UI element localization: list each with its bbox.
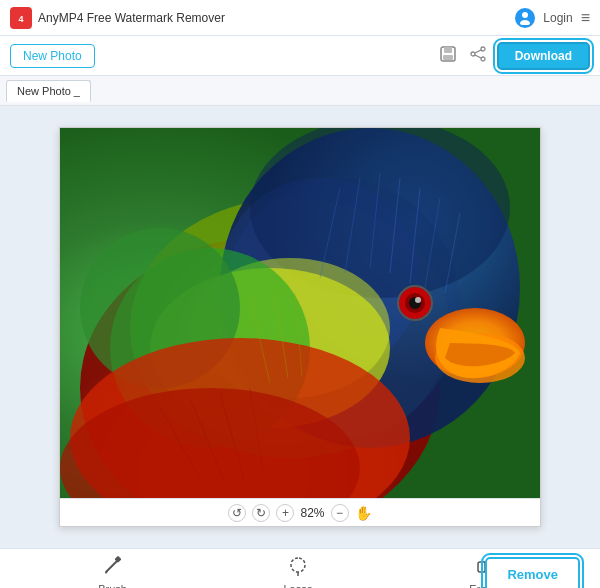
svg-point-9 — [481, 57, 485, 61]
svg-line-11 — [475, 55, 481, 58]
lasso-tool[interactable]: Lasso — [263, 550, 332, 588]
zoom-control-group: ↺ ↻ + 82% − ✋ — [228, 504, 371, 522]
menu-icon[interactable]: ≡ — [581, 9, 590, 27]
save-icon-button[interactable] — [437, 43, 459, 69]
brush-tool[interactable]: Brush — [78, 550, 147, 588]
parrot-svg-overlay — [60, 128, 540, 498]
new-photo-button[interactable]: New Photo — [10, 44, 95, 68]
toolbar: New Photo Download — [0, 36, 600, 76]
tab-bar: New Photo _ — [0, 76, 600, 106]
image-container: ↺ ↻ + 82% − ✋ — [59, 127, 541, 527]
brush-icon — [102, 554, 124, 581]
share-icon-button[interactable] — [467, 43, 489, 69]
rotate-right-button[interactable]: ↻ — [252, 504, 270, 522]
svg-point-7 — [481, 47, 485, 51]
app-title: AnyMP4 Free Watermark Remover — [38, 11, 225, 25]
bottom-toolbar: Brush Lasso Eraser Remove — [0, 548, 600, 588]
svg-point-30 — [415, 297, 421, 303]
brush-label: Brush — [98, 583, 127, 588]
zoom-value: 82% — [300, 506, 324, 520]
title-bar-right: Login ≡ — [515, 8, 590, 28]
login-button[interactable]: Login — [543, 11, 572, 25]
svg-rect-6 — [443, 55, 453, 60]
zoom-controls: ↺ ↻ + 82% − ✋ — [60, 498, 540, 526]
svg-line-10 — [475, 50, 481, 53]
svg-rect-5 — [444, 47, 452, 53]
svg-point-8 — [471, 52, 475, 56]
tab-label: New Photo _ — [17, 85, 80, 97]
rotate-left-button[interactable]: ↺ — [228, 504, 246, 522]
pan-tool-button[interactable]: ✋ — [355, 505, 372, 521]
svg-text:4: 4 — [18, 14, 23, 24]
title-bar: 4 AnyMP4 Free Watermark Remover Login ≡ — [0, 0, 600, 36]
tab-new-photo[interactable]: New Photo _ — [6, 80, 91, 102]
toolbar-right: Download — [437, 42, 590, 70]
main-content: ↺ ↻ + 82% − ✋ — [0, 106, 600, 548]
remove-button[interactable]: Remove — [485, 557, 580, 588]
lasso-icon — [287, 554, 309, 581]
zoom-in-button[interactable]: + — [276, 504, 294, 522]
user-avatar-icon — [515, 8, 535, 28]
svg-point-2 — [522, 12, 528, 18]
title-bar-left: 4 AnyMP4 Free Watermark Remover — [10, 7, 225, 29]
zoom-out-button[interactable]: − — [331, 504, 349, 522]
parrot-image — [60, 128, 540, 498]
app-logo-icon: 4 — [10, 7, 32, 29]
lasso-label: Lasso — [283, 583, 312, 588]
svg-point-3 — [520, 20, 530, 25]
download-button[interactable]: Download — [497, 42, 590, 70]
